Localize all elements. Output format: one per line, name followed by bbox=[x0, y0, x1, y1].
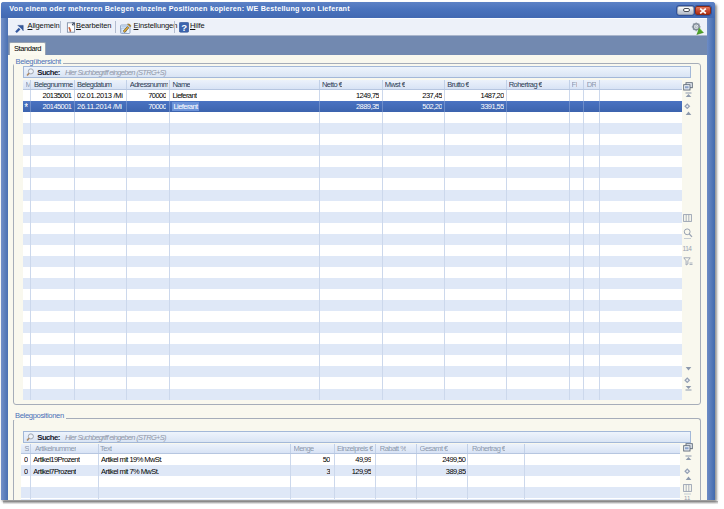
svg-text:11: 11 bbox=[684, 494, 691, 499]
svg-text:?: ? bbox=[181, 22, 187, 33]
